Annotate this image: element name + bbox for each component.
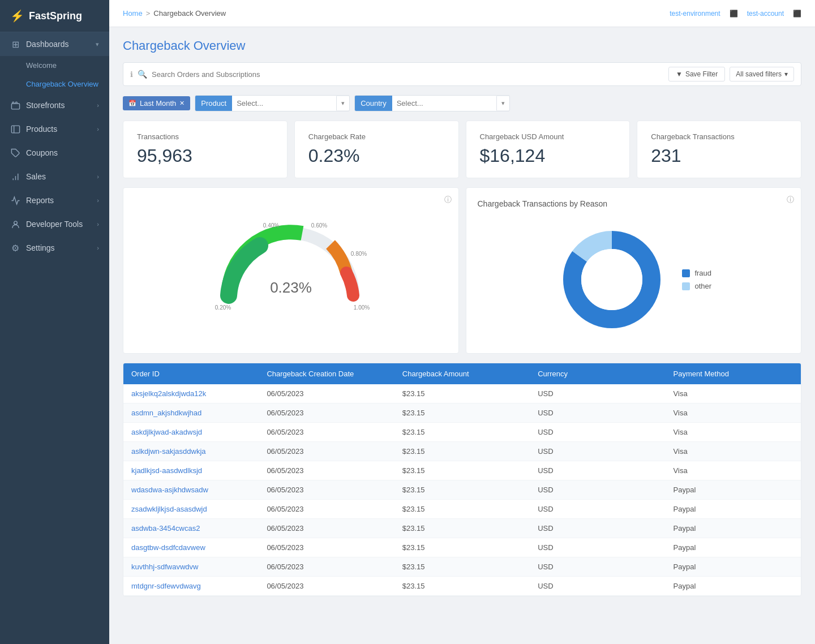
breadcrumb-home[interactable]: Home — [123, 9, 143, 18]
cell-order-id: kuvthhj-sdfwavwdvw — [123, 557, 259, 576]
cell-payment: Paypal — [666, 480, 801, 499]
cell-currency: USD — [530, 519, 665, 538]
dashboards-icon: ⊞ — [10, 39, 20, 49]
all-saved-filters-button[interactable]: All saved filters ▾ — [730, 67, 794, 81]
donut-info-icon[interactable]: ⓘ — [787, 195, 794, 205]
logo: ⚡ FastSpring — [0, 0, 109, 32]
table-row[interactable]: askdjlkjwad-akadwsjd 06/05/2023 $23.15 U… — [123, 423, 801, 442]
cell-payment: Paypal — [666, 519, 801, 538]
cell-order-id: mtdgnr-sdfewvdwavg — [123, 577, 259, 595]
kpi-amount-label: Chargeback USD Amount — [480, 132, 616, 141]
breadcrumb-current: Chargeback Overview — [153, 9, 226, 18]
kpi-transactions-value: 95,963 — [137, 145, 273, 166]
cell-order-id: asdwba-3454cwcas2 — [123, 519, 259, 538]
cell-payment: Paypal — [666, 500, 801, 518]
kpi-amount-value: $16,124 — [480, 145, 616, 166]
svg-text:1.00%: 1.00% — [354, 304, 370, 311]
country-filter-arrow[interactable]: ▾ — [496, 96, 509, 110]
storefronts-chevron: › — [97, 102, 99, 109]
table-row[interactable]: aslkdjwn-sakjasddwkja 06/05/2023 $23.15 … — [123, 442, 801, 461]
cell-payment: Visa — [666, 442, 801, 461]
cell-order-id: aksjelkq2alskdjwda12k — [123, 384, 259, 403]
search-bar-container: ℹ 🔍 ▼ Save Filter All saved filters ▾ — [123, 62, 801, 86]
sidebar-item-products[interactable]: Products › — [0, 117, 109, 141]
save-filter-button[interactable]: ▼ Save Filter — [668, 67, 725, 81]
table-row[interactable]: kjadlkjsd-aasdwdlksjd 06/05/2023 $23.15 … — [123, 461, 801, 480]
table-row[interactable]: aksjelkq2alskdjwda12k 06/05/2023 $23.15 … — [123, 384, 801, 403]
cell-date: 06/05/2023 — [259, 384, 394, 403]
col-order-id: Order ID — [123, 363, 259, 384]
cell-order-id: askdjlkjwad-akadwsjd — [123, 423, 259, 441]
sidebar-dashboards-label: Dashboards — [26, 40, 69, 49]
cell-payment: Visa — [666, 423, 801, 441]
svg-text:0.23%: 0.23% — [270, 279, 312, 296]
kpi-transactions: Transactions 95,963 — [123, 121, 288, 178]
chargeback-table: Order ID Chargeback Creation Date Charge… — [123, 363, 801, 596]
table-row[interactable]: zsadwkljlkjsd-asasdwjd 06/05/2023 $23.15… — [123, 500, 801, 519]
sidebar-item-coupons[interactable]: Coupons — [0, 141, 109, 165]
search-icon: 🔍 — [138, 70, 147, 79]
saved-filters-chevron: ▾ — [784, 70, 788, 78]
cell-amount: $23.15 — [394, 538, 530, 557]
logo-text: FastSpring — [29, 10, 82, 22]
svg-text:0.40%: 0.40% — [263, 222, 279, 229]
cell-currency: USD — [530, 480, 665, 499]
cell-currency: USD — [530, 577, 665, 595]
cell-currency: USD — [530, 461, 665, 480]
cell-order-id: zsadwkljlkjsd-asasdwjd — [123, 500, 259, 518]
cell-date: 06/05/2023 — [259, 577, 394, 595]
cell-payment: Paypal — [666, 538, 801, 557]
sidebar-item-sales[interactable]: Sales › — [0, 165, 109, 188]
table-row[interactable]: wdasdwa-asjkhdwsadw 06/05/2023 $23.15 US… — [123, 480, 801, 500]
test-account-link[interactable]: test-account — [747, 10, 784, 18]
logo-icon: ⚡ — [10, 9, 24, 23]
sidebar-item-reports[interactable]: Reports › — [0, 188, 109, 212]
info-icon[interactable]: ℹ — [130, 70, 133, 79]
country-filter-label: Country — [355, 96, 392, 111]
reports-chevron: › — [97, 197, 99, 204]
donut-chart-title: Chargeback Transactions by Reason — [478, 199, 790, 208]
svg-point-7 — [14, 221, 17, 224]
sidebar-item-settings[interactable]: ⚙ Settings › — [0, 236, 109, 260]
date-filter-close[interactable]: ✕ — [179, 100, 185, 107]
search-input[interactable] — [152, 70, 664, 79]
donut-legend: fraud other — [682, 269, 711, 290]
col-payment: Payment Method — [666, 363, 801, 384]
cell-payment: Visa — [666, 403, 801, 422]
table-row[interactable]: asdmn_akjshdkwjhad 06/05/2023 $23.15 USD… — [123, 403, 801, 423]
sidebar-item-chargeback-overview[interactable]: Chargeback Overview — [0, 75, 109, 93]
cell-amount: $23.15 — [394, 519, 530, 538]
cell-currency: USD — [530, 442, 665, 461]
gauge-svg: 0.20% 0.40% 0.60% 0.80% 1.00% 0.23% — [206, 199, 376, 324]
sidebar-item-developer[interactable]: Developer Tools › — [0, 212, 109, 236]
test-environment-link[interactable]: test-environment — [670, 10, 720, 18]
table-row[interactable]: dasgtbw-dsdfcdavwew 06/05/2023 $23.15 US… — [123, 538, 801, 557]
table-row[interactable]: kuvthhj-sdfwavwdvw 06/05/2023 $23.15 USD… — [123, 557, 801, 577]
breadcrumb-separator: > — [146, 9, 151, 18]
cell-order-id: kjadlkjsd-aasdwdlksjd — [123, 461, 259, 480]
donut-chart-card: ⓘ Chargeback Transactions by Reason — [466, 187, 802, 354]
sidebar-item-dashboards[interactable]: ⊞ Dashboards ▾ — [0, 32, 109, 56]
filter-row: 📅 Last Month ✕ Product ▾ Country ▾ — [123, 95, 801, 111]
product-filter-arrow[interactable]: ▾ — [336, 96, 349, 110]
sidebar-item-welcome[interactable]: Welcome — [0, 56, 109, 75]
country-filter-input[interactable] — [392, 96, 496, 111]
sidebar-nav: ⊞ Dashboards ▾ Welcome Chargeback Overvi… — [0, 32, 109, 644]
legend-fraud: fraud — [682, 269, 711, 277]
cell-date: 06/05/2023 — [259, 480, 394, 499]
main-content: Home > Chargeback Overview test-environm… — [109, 0, 815, 644]
sidebar-item-storefronts[interactable]: Storefronts › — [0, 93, 109, 117]
svg-text:0.20%: 0.20% — [215, 304, 231, 311]
table-row[interactable]: asdwba-3454cwcas2 06/05/2023 $23.15 USD … — [123, 519, 801, 538]
topbar: Home > Chargeback Overview test-environm… — [109, 0, 815, 27]
gauge-info-icon[interactable]: ⓘ — [444, 195, 452, 205]
cell-payment: Paypal — [666, 577, 801, 595]
product-filter-input[interactable] — [232, 96, 336, 111]
storefronts-icon — [10, 100, 20, 110]
breadcrumb: Home > Chargeback Overview — [123, 9, 226, 18]
table-row[interactable]: mtdgnr-sdfewvdwavg 06/05/2023 $23.15 USD… — [123, 577, 801, 596]
kpi-row: Transactions 95,963 Chargeback Rate 0.23… — [123, 121, 801, 178]
col-amount: Chargeback Amount — [394, 363, 530, 384]
date-filter-chip[interactable]: 📅 Last Month ✕ — [123, 96, 190, 110]
other-dot — [682, 282, 690, 290]
